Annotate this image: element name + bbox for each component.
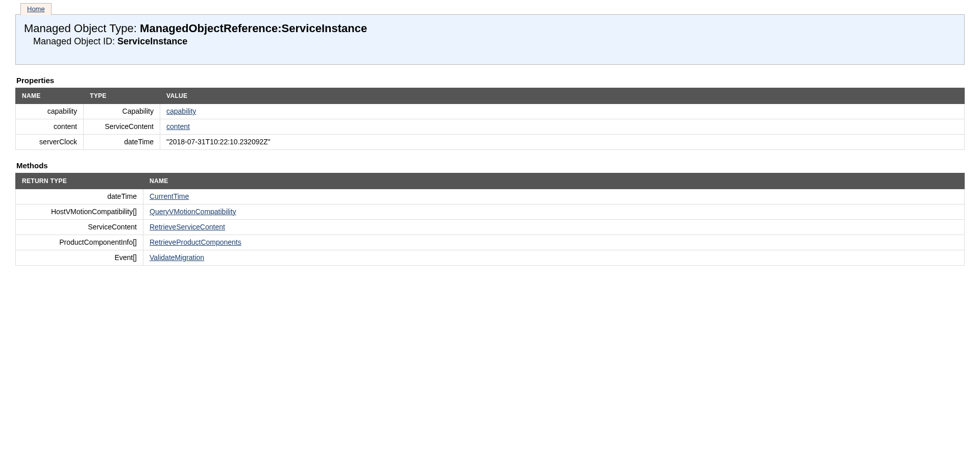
property-value: capability bbox=[160, 104, 965, 119]
properties-header-row: NAME TYPE VALUE bbox=[16, 88, 965, 104]
table-row: capabilityCapabilitycapability bbox=[16, 104, 965, 119]
properties-col-name: NAME bbox=[16, 88, 84, 104]
property-name: serverClock bbox=[16, 135, 84, 150]
method-return-type: HostVMotionCompatibility[] bbox=[16, 204, 143, 220]
property-name: content bbox=[16, 119, 84, 135]
header-box: Managed Object Type: ManagedObjectRefere… bbox=[15, 14, 965, 65]
property-value-link[interactable]: content bbox=[166, 122, 190, 131]
managed-object-type: Managed Object Type: ManagedObjectRefere… bbox=[24, 22, 956, 35]
managed-object-id-value: ServiceInstance bbox=[117, 36, 187, 46]
properties-col-type: TYPE bbox=[84, 88, 160, 104]
managed-object-type-value: ManagedObjectReference:ServiceInstance bbox=[140, 22, 367, 35]
property-value: content bbox=[160, 119, 965, 135]
methods-header-row: RETURN TYPE NAME bbox=[16, 173, 965, 189]
tabbar: Home bbox=[20, 3, 965, 15]
methods-heading: Methods bbox=[16, 161, 965, 170]
table-row: ServiceContentRetrieveServiceContent bbox=[16, 220, 965, 235]
method-link[interactable]: RetrieveServiceContent bbox=[150, 223, 225, 231]
property-type: Capability bbox=[84, 104, 160, 119]
properties-table: NAME TYPE VALUE capabilityCapabilitycapa… bbox=[15, 88, 965, 150]
method-link[interactable]: RetrieveProductComponents bbox=[150, 238, 241, 246]
property-type: ServiceContent bbox=[84, 119, 160, 135]
property-value-link[interactable]: capability bbox=[166, 107, 196, 115]
method-link[interactable]: CurrentTime bbox=[150, 192, 189, 200]
managed-object-id: Managed Object ID: ServiceInstance bbox=[24, 36, 956, 47]
method-return-type: Event[] bbox=[16, 250, 143, 266]
method-name-cell: RetrieveProductComponents bbox=[143, 235, 965, 250]
table-row: Event[]ValidateMigration bbox=[16, 250, 965, 266]
methods-col-return: RETURN TYPE bbox=[16, 173, 143, 189]
managed-object-id-label: Managed Object ID: bbox=[33, 36, 117, 46]
properties-col-value: VALUE bbox=[160, 88, 965, 104]
method-name-cell: QueryVMotionCompatibility bbox=[143, 204, 965, 220]
method-link[interactable]: ValidateMigration bbox=[150, 253, 204, 262]
method-name-cell: CurrentTime bbox=[143, 189, 965, 204]
table-row: contentServiceContentcontent bbox=[16, 119, 965, 135]
method-name-cell: ValidateMigration bbox=[143, 250, 965, 266]
table-row: ProductComponentInfo[]RetrieveProductCom… bbox=[16, 235, 965, 250]
tab-home[interactable]: Home bbox=[20, 3, 52, 15]
method-link[interactable]: QueryVMotionCompatibility bbox=[150, 208, 236, 216]
property-type: dateTime bbox=[84, 135, 160, 150]
table-row: serverClockdateTime"2018-07-31T10:22:10.… bbox=[16, 135, 965, 150]
method-return-type: ProductComponentInfo[] bbox=[16, 235, 143, 250]
methods-col-name: NAME bbox=[143, 173, 965, 189]
managed-object-type-label: Managed Object Type: bbox=[24, 22, 140, 35]
method-return-type: ServiceContent bbox=[16, 220, 143, 235]
property-value: "2018-07-31T10:22:10.232092Z" bbox=[160, 135, 965, 150]
methods-table: RETURN TYPE NAME dateTimeCurrentTimeHost… bbox=[15, 173, 965, 266]
method-name-cell: RetrieveServiceContent bbox=[143, 220, 965, 235]
method-return-type: dateTime bbox=[16, 189, 143, 204]
table-row: HostVMotionCompatibility[]QueryVMotionCo… bbox=[16, 204, 965, 220]
properties-heading: Properties bbox=[16, 76, 965, 85]
property-name: capability bbox=[16, 104, 84, 119]
table-row: dateTimeCurrentTime bbox=[16, 189, 965, 204]
